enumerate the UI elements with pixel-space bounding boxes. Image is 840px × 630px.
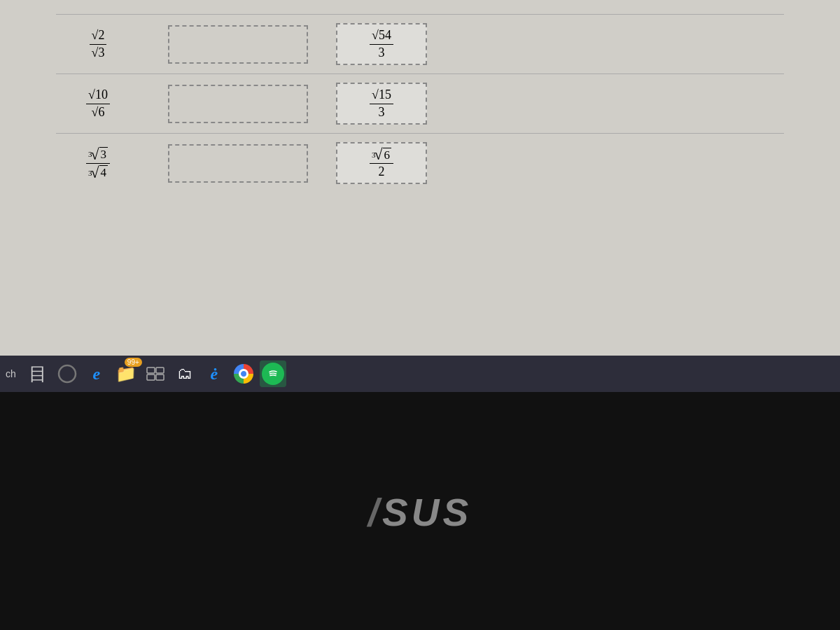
notification-badge: 99+ bbox=[125, 358, 142, 367]
math-row-1: √2 √3 √54 3 bbox=[56, 14, 784, 74]
taskview-button[interactable] bbox=[142, 360, 169, 387]
blank-input-1[interactable] bbox=[168, 25, 308, 64]
answer-2: √15 3 bbox=[336, 83, 427, 125]
chrome-icon bbox=[234, 364, 253, 384]
svg-rect-4 bbox=[156, 374, 164, 380]
chrome-button[interactable] bbox=[230, 360, 257, 387]
asus-branding-area: /SUS bbox=[0, 392, 840, 630]
fraction-sqrt10-sqrt6: √10 √6 bbox=[86, 88, 110, 120]
blank-input-2[interactable] bbox=[168, 85, 308, 123]
folder-icon: 📁 bbox=[115, 364, 136, 384]
spotify-button[interactable] bbox=[260, 360, 286, 387]
blank-input-3[interactable] bbox=[168, 144, 308, 183]
problem-3: 3 √ 3 3 √ 4 bbox=[56, 146, 140, 180]
svg-point-0 bbox=[59, 365, 76, 382]
svg-rect-2 bbox=[156, 368, 164, 373]
answer-1: √54 3 bbox=[336, 23, 427, 65]
svg-point-5 bbox=[267, 368, 279, 380]
filemanager-icon: 🗂 bbox=[177, 365, 192, 383]
filemanager-button[interactable]: 🗂 bbox=[172, 360, 198, 387]
taskbar: ch 目 e 📁 99+ 🗂 ė bbox=[0, 356, 840, 392]
fraction-cbrt3-cbrt4: 3 √ 3 3 √ 4 bbox=[86, 146, 110, 180]
math-row-2: √10 √6 √15 3 bbox=[56, 74, 784, 133]
svg-rect-1 bbox=[147, 368, 155, 373]
main-content: √2 √3 √54 3 √10 √6 √15 3 bbox=[0, 0, 840, 392]
svg-rect-3 bbox=[147, 374, 155, 380]
problem-1: √2 √3 bbox=[56, 28, 140, 60]
cortana-circle-icon[interactable] bbox=[54, 360, 80, 387]
asus-logo: /SUS bbox=[368, 487, 472, 536]
cortana-button[interactable]: 目 bbox=[24, 360, 51, 387]
ie-button[interactable]: ė bbox=[201, 360, 227, 387]
taskbar-search-label: ch bbox=[6, 368, 16, 379]
fraction-sqrt2-sqrt3: √2 √3 bbox=[90, 28, 107, 60]
ie-icon: ė bbox=[210, 365, 218, 384]
problem-2: √10 √6 bbox=[56, 88, 140, 120]
file-explorer-button[interactable]: 📁 99+ bbox=[113, 360, 139, 387]
spotify-icon bbox=[262, 363, 284, 385]
edge-icon-button[interactable]: e bbox=[83, 360, 110, 387]
math-row-3: 3 √ 3 3 √ 4 3 bbox=[56, 133, 784, 192]
answer-3: 3 √ 6 2 bbox=[336, 142, 427, 184]
